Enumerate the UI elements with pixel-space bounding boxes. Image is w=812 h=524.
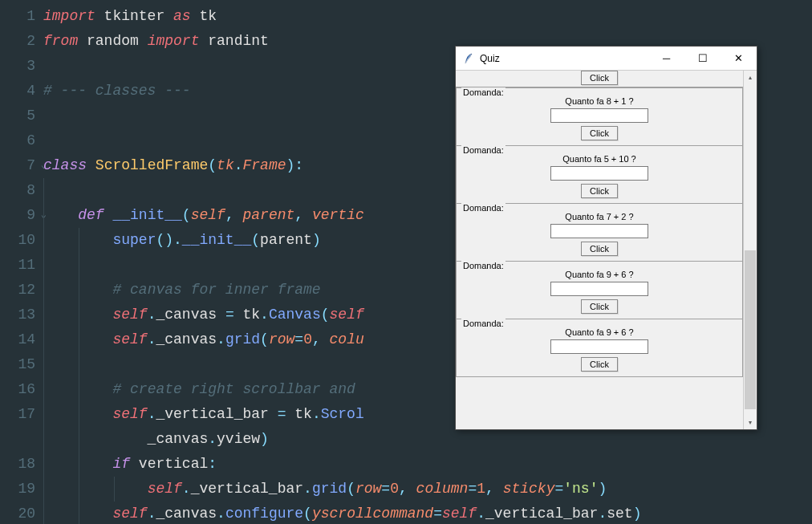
scrollbar[interactable]: ▴ ▾ xyxy=(743,71,757,429)
line-number: 18 xyxy=(0,452,43,477)
answer-input[interactable] xyxy=(550,108,648,123)
line-number xyxy=(0,427,43,452)
question-group: Domanda:Quanto fa 9 + 6 ?Click xyxy=(456,319,743,377)
answer-input[interactable] xyxy=(550,166,648,181)
code-line[interactable]: _canvas.yview) xyxy=(43,427,812,452)
question-legend: Domanda: xyxy=(461,319,505,328)
line-number: 13 xyxy=(0,303,43,327)
line-number: 3 xyxy=(0,54,43,79)
question-text: Quanto fa 5 + 10 ? xyxy=(457,154,742,164)
code-line[interactable]: if vertical: xyxy=(43,452,812,477)
question-group: Domanda:Quanto fa 8 + 1 ?Click xyxy=(456,87,743,146)
question-legend: Domanda: xyxy=(461,87,505,97)
line-number: 15 xyxy=(0,352,43,377)
question-text: Quanto fa 7 + 2 ? xyxy=(457,212,742,221)
line-number: 20 xyxy=(0,502,43,524)
click-button[interactable]: Click xyxy=(581,357,618,372)
answer-input[interactable] xyxy=(550,339,648,354)
question-text: Quanto fa 8 + 1 ? xyxy=(457,96,742,106)
question-group: Domanda:Quanto fa 7 + 2 ?Click xyxy=(456,204,743,262)
scroll-down-arrow[interactable]: ▾ xyxy=(744,416,757,429)
click-button[interactable]: Click xyxy=(581,71,618,85)
question-group: Domanda:Quanto fa 5 + 10 ?Click xyxy=(456,146,743,204)
question-legend: Domanda: xyxy=(461,261,505,270)
line-number: 7 xyxy=(0,153,43,178)
answer-input[interactable] xyxy=(550,224,648,238)
window-title: Quiz xyxy=(480,53,648,64)
click-button[interactable]: Click xyxy=(581,242,618,256)
click-button[interactable]: Click xyxy=(581,299,618,314)
click-button[interactable]: Click xyxy=(581,184,618,198)
line-number: 17 xyxy=(0,402,43,427)
line-number: 9 xyxy=(0,203,43,228)
line-number: 5 xyxy=(0,104,43,128)
line-number: 16 xyxy=(0,377,43,402)
tkinter-icon xyxy=(462,52,475,65)
question-text: Quanto fa 9 + 6 ? xyxy=(457,327,742,337)
line-number: 8 xyxy=(0,178,43,203)
question-group: Domanda:Quanto fa 9 + 6 ?Click xyxy=(456,262,743,319)
line-number: 12 xyxy=(0,278,43,303)
scroll-track[interactable] xyxy=(744,84,757,416)
scroll-up-arrow[interactable]: ▴ xyxy=(744,71,757,84)
window-buttons: ─ ☐ ✕ xyxy=(648,47,757,70)
question-text: Quanto fa 9 + 6 ? xyxy=(457,270,742,279)
line-number: 19 xyxy=(0,477,43,502)
line-number: 10 xyxy=(0,228,43,253)
maximize-button[interactable]: ☐ xyxy=(684,47,721,70)
scroll-thumb[interactable] xyxy=(745,250,756,409)
line-number: 11 xyxy=(0,253,43,278)
line-number: 1 xyxy=(0,4,43,29)
line-number-gutter: 1234567891011121314151617181920 xyxy=(0,0,43,524)
question-legend: Domanda: xyxy=(461,203,505,213)
question-legend: Domanda: xyxy=(461,145,505,155)
code-line[interactable]: self._vertical_bar.grid(row=0, column=1,… xyxy=(43,477,812,502)
click-button[interactable]: Click xyxy=(581,126,618,140)
quiz-window: Quiz ─ ☐ ✕ Click Domanda:Quanto fa 8 + 1… xyxy=(455,46,757,430)
line-number: 2 xyxy=(0,29,43,54)
answer-input[interactable] xyxy=(550,282,648,296)
code-line[interactable]: self._canvas.configure(yscrollcommand=se… xyxy=(43,502,812,524)
quiz-content: Click Domanda:Quanto fa 8 + 1 ?ClickDoma… xyxy=(456,71,743,429)
minimize-button[interactable]: ─ xyxy=(648,47,684,70)
quiz-top-click-row: Click xyxy=(456,71,743,87)
line-number: 14 xyxy=(0,327,43,352)
line-number: 4 xyxy=(0,79,43,104)
titlebar[interactable]: Quiz ─ ☐ ✕ xyxy=(456,47,757,71)
close-button[interactable]: ✕ xyxy=(721,47,757,70)
code-line[interactable]: import tkinter as tk xyxy=(43,4,812,29)
line-number: 6 xyxy=(0,128,43,153)
